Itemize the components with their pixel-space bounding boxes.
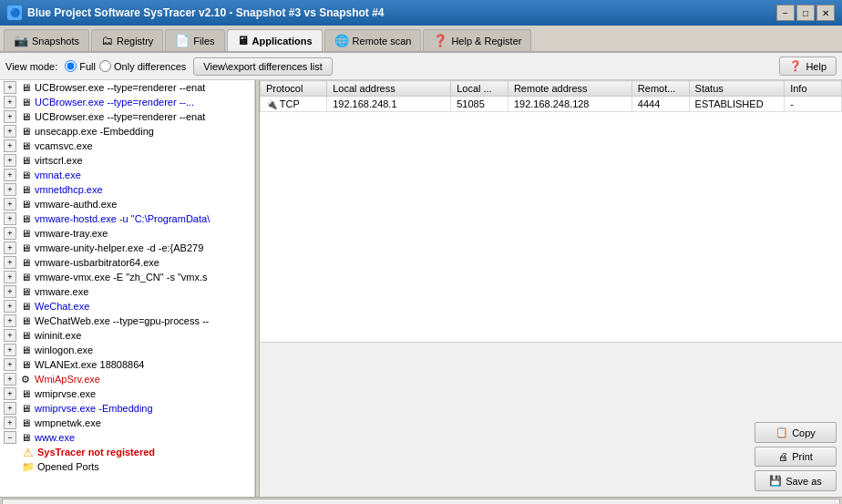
tree-item-label: vmware-hostd.exe -u "C:\ProgramData\ [35,213,210,224]
save-as-button[interactable]: 💾 Save as [755,470,837,491]
list-item[interactable]: + 🖥 vmnat.exe [0,168,254,182]
list-item[interactable]: + 🖥 WeChatWeb.exe --type=gpu-process -- [0,314,254,328]
expand-icon[interactable]: + [4,139,16,152]
list-item[interactable]: + 🖥 vmnetdhcp.exe [0,182,254,197]
list-item[interactable]: + 🖥 unsecapp.exe -Embedding [0,124,254,139]
expand-icon[interactable]: + [4,183,16,196]
view-export-button[interactable]: View\export differences list [193,57,332,76]
minimize-button[interactable]: − [776,5,795,21]
tree-item-label: wmiprvse.exe [35,388,96,399]
differences-radio[interactable] [99,60,111,72]
differences-radio-label[interactable]: Only differences [99,60,186,72]
expand-icon[interactable]: + [4,227,16,240]
expand-icon[interactable]: + [4,154,16,167]
list-item[interactable]: + 🖥 vcamsvc.exe [0,139,254,153]
app-icon: 🔵 [7,5,22,20]
help-tab-icon: ❓ [433,34,447,47]
app-icon: 🖥 [19,358,32,371]
expand-icon[interactable]: + [4,242,16,254]
app-icon: 🖥 [19,417,32,429]
tab-registry[interactable]: 🗂 Registry [91,29,163,51]
expand-icon[interactable]: + [4,81,16,94]
expand-icon[interactable]: + [4,417,16,429]
list-item[interactable]: + 🖥 vmware-hostd.exe -u "C:\ProgramData\ [0,211,254,226]
expand-icon[interactable]: + [4,169,16,181]
app-icon: 🖥 [19,227,32,240]
app-icon: 🖥 [19,198,32,211]
app-icon: 🖥 [19,169,32,181]
list-item[interactable]: + 🖥 vmware.exe [0,284,254,299]
expand-icon[interactable]: − [4,431,16,444]
list-item[interactable]: 📁 Opened Ports [0,459,254,474]
expand-icon[interactable]: + [4,212,16,225]
tab-help[interactable]: ❓ Help & Register [423,29,531,51]
expand-icon[interactable]: + [4,300,16,313]
list-item[interactable]: + 🖥 winlogon.exe [0,343,254,357]
list-item[interactable]: + 🖥 vmware-usbarbitrator64.exe [0,255,254,270]
list-item[interactable]: ⚠ SysTracer not registered [0,445,254,459]
app-icon: 🖥 [19,271,32,283]
expand-icon[interactable]: + [4,387,16,400]
close-button[interactable]: ✕ [816,5,835,21]
remote-scan-tab-icon: 🌐 [334,34,349,47]
expand-icon[interactable]: + [4,285,16,298]
cell-protocol: 🔌 TCP [261,97,327,112]
expand-icon[interactable]: + [4,373,16,386]
list-item[interactable]: + 🖥 UCBrowser.exe --type=renderer --enat [0,109,254,124]
horizontal-scrollbar[interactable] [2,499,840,505]
list-item[interactable]: + ⚙ WmiApSrv.exe [0,372,254,386]
list-item[interactable]: + 🖥 wmiprvse.exe -Embedding [0,401,254,416]
tree-item-label: winlogon.exe [35,345,93,355]
list-item[interactable]: − 🖥 www.exe [0,430,254,445]
copy-button[interactable]: 📋 Copy [755,422,837,443]
list-item[interactable]: + 🖥 wmiprvse.exe [0,386,254,401]
expand-icon[interactable]: + [4,329,16,342]
list-item[interactable]: + 🖥 virtscrl.exe [0,153,254,168]
list-item[interactable]: + 🖥 vmware-vmx.exe -E "zh_CN" -s "vmx.s [0,270,254,284]
expand-icon[interactable]: + [4,344,16,356]
app-icon: 🖥 [19,314,32,327]
list-item[interactable]: + 🖥 wmpnetwk.exe [0,416,254,430]
expand-icon[interactable]: + [4,110,16,123]
cell-remote-port: 4444 [632,97,689,112]
expand-icon[interactable]: + [4,358,16,371]
full-radio[interactable] [65,60,77,72]
app-icon: 🖥 [19,402,32,415]
expand-icon[interactable]: + [4,271,16,283]
list-item[interactable]: + 🖥 vmware-unity-helper.exe -d -e:{AB279 [0,241,254,255]
tab-files[interactable]: 📄 Files [165,29,224,51]
right-panel: Protocol Local address Local ... Remote … [260,80,842,497]
tab-snapshots[interactable]: 📷 Snapshots [4,29,89,51]
expand-icon[interactable]: + [4,96,16,108]
tab-remote-scan[interactable]: 🌐 Remote scan [324,29,422,51]
tree-item-label: wininit.exe [35,330,81,341]
app-icon: ⚙ [19,373,32,386]
tab-applications[interactable]: 🖥 Applications [227,29,323,51]
table-row[interactable]: 🔌 TCP 192.168.248.1 51085 192.168.248.12… [261,97,842,112]
list-item[interactable]: + 🖥 vmware-authd.exe [0,197,254,211]
full-radio-label[interactable]: Full [65,60,96,72]
list-item[interactable]: + 🖥 WLANExt.exe 18808864 [0,357,254,372]
help-button[interactable]: ❓ Help [779,57,837,76]
expand-icon[interactable]: + [4,256,16,269]
expand-icon[interactable]: + [4,198,16,211]
expand-icon[interactable]: + [4,402,16,415]
print-button[interactable]: 🖨 Print [755,447,837,467]
list-item[interactable]: + 🖥 WeChat.exe [0,299,254,314]
list-item[interactable]: + 🖥 UCBrowser.exe --type=renderer --enat [0,80,254,95]
restore-button[interactable]: □ [796,5,815,21]
tab-help-label: Help & Register [451,36,521,46]
expand-icon[interactable]: + [4,125,16,138]
app-icon: 🖥 [19,81,32,94]
app-icon: 🖥 [19,183,32,196]
expand-icon[interactable]: + [4,314,16,327]
app-icon: 🖥 [19,344,32,356]
col-status: Status [689,81,785,97]
list-item[interactable]: + 🖥 wininit.exe [0,328,254,343]
list-item[interactable]: + 🖥 vmware-tray.exe [0,226,254,241]
applications-tab-icon: 🖥 [237,34,249,47]
right-bottom-panel: 📋 Copy 🖨 Print 💾 Save as [260,342,842,497]
col-remote-port: Remot... [632,81,689,97]
view-mode-label: View mode: [5,61,57,72]
list-item[interactable]: + 🖥 UCBrowser.exe --type=renderer --... [0,95,254,109]
